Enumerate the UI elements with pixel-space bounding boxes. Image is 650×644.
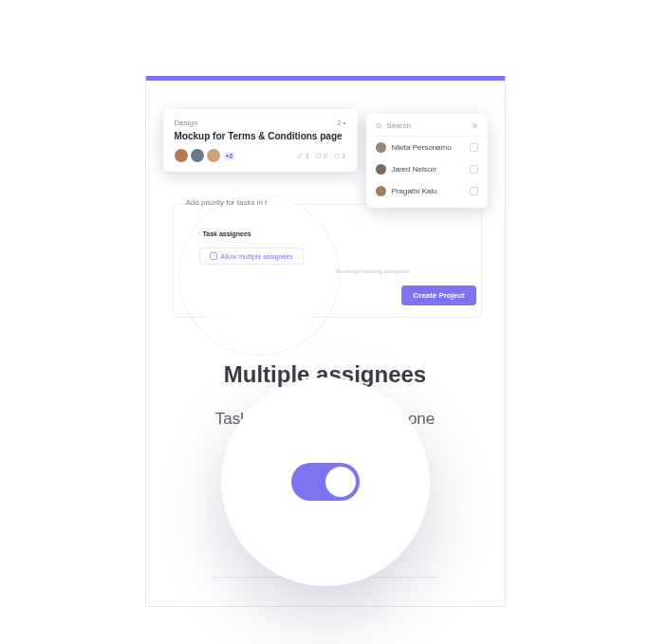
allow-multiple-label: Allow multiple assignees xyxy=(221,253,293,260)
feature-content: Multiple assignees Tasks can have more t… xyxy=(146,327,505,579)
person-option[interactable]: Pragathi Kalu xyxy=(366,180,488,202)
checkbox-icon xyxy=(210,252,217,260)
magnify-halo xyxy=(178,194,340,356)
task-title: Mockup for Terms & Conditions page xyxy=(175,131,346,141)
toggle-area xyxy=(184,484,467,579)
checkbox-icon[interactable] xyxy=(470,187,478,195)
create-project-label: Create Project xyxy=(413,291,464,300)
person-option[interactable]: Nikita Personamo xyxy=(366,137,488,158)
checkbox-icon[interactable] xyxy=(470,143,478,152)
allow-multiple-checkbox[interactable]: Allow multiple assignees xyxy=(199,248,304,265)
avatar-icon xyxy=(191,149,204,162)
comments-icon: 0 xyxy=(315,152,327,160)
feature-card: Design 2 • Mockup for Terms & Conditions… xyxy=(145,76,506,607)
task-card-header: Design 2 • xyxy=(175,119,346,127)
close-icon[interactable] xyxy=(472,122,478,129)
search-field[interactable]: Search xyxy=(366,120,488,137)
person-name: Nikita Personamo xyxy=(392,143,452,152)
likes-icon: 1 xyxy=(333,152,345,160)
task-footer: +2 3 0 1 xyxy=(175,149,346,162)
search-placeholder: Search xyxy=(387,121,411,130)
avatar-icon xyxy=(376,164,386,175)
feature-toggle[interactable] xyxy=(291,463,360,501)
reassign-hint: Re-assign existing assignees xyxy=(336,268,410,274)
more-assignees-chip[interactable]: +2 xyxy=(223,152,236,160)
avatar-icon xyxy=(207,149,220,162)
toggle-halo xyxy=(221,377,430,586)
avatar-icon xyxy=(376,142,386,153)
task-card[interactable]: Design 2 • Mockup for Terms & Conditions… xyxy=(163,109,358,172)
person-name: Jared Nelson xyxy=(392,165,436,174)
preview-hint-text: Add priority for tasks in t xyxy=(186,198,268,207)
task-category: Design xyxy=(175,119,198,127)
toggle-knob xyxy=(325,467,356,497)
assignee-search-popover: Search Nikita Personamo Jared Nelson Pra… xyxy=(366,114,488,208)
checkbox-icon[interactable] xyxy=(470,165,478,174)
attachments-icon: 3 xyxy=(296,152,308,160)
person-name: Pragathi Kalu xyxy=(392,187,437,195)
task-assignees-label: Task assignees xyxy=(203,230,251,237)
svg-point-0 xyxy=(377,123,381,127)
task-meta: 3 0 1 xyxy=(296,152,345,160)
create-project-button[interactable]: Create Project xyxy=(401,285,475,305)
avatar-icon xyxy=(175,149,188,162)
preview-cluster: Design 2 • Mockup for Terms & Conditions… xyxy=(146,81,505,327)
task-badge: 2 • xyxy=(337,119,345,127)
person-option[interactable]: Jared Nelson xyxy=(366,158,488,180)
search-icon xyxy=(376,122,383,130)
avatar-icon xyxy=(376,186,386,196)
